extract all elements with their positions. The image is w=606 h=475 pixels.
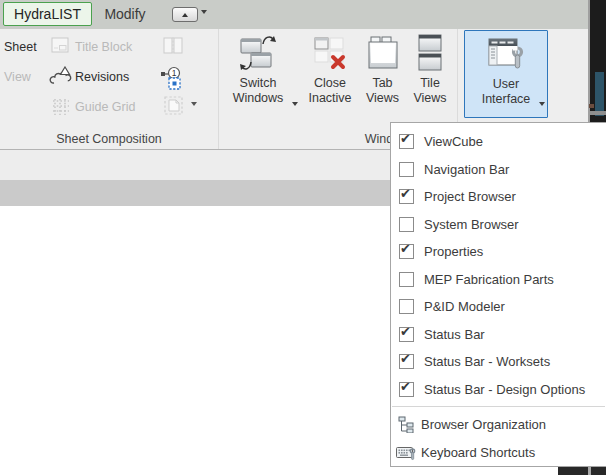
switch-windows-button[interactable]: Switch Windows	[224, 30, 292, 118]
switch-windows-icon	[239, 30, 277, 76]
checkbox: ✔	[399, 354, 414, 369]
keyboard-shortcuts-icon	[396, 443, 416, 461]
menu-item-label: Status Bar - Design Options	[424, 382, 585, 397]
switch-windows-label-2: Windows	[233, 91, 284, 106]
panel-label-sheet-composition: Sheet Composition	[0, 132, 218, 146]
checkmark-icon: ✔	[400, 131, 411, 146]
menu-item-label: P&ID Modeler	[424, 299, 505, 314]
sheet-selection-icon	[163, 95, 185, 121]
menu-item-viewcube[interactable]: ✔ ViewCube	[391, 128, 606, 156]
user-interface-label-2: Interface	[482, 92, 531, 107]
menu-item-status-bar-worksets[interactable]: ✔ Status Bar - Worksets	[391, 348, 606, 376]
checkmark-icon: ✔	[400, 241, 411, 256]
checkbox: ✔	[399, 272, 414, 287]
guide-grid-button: Guide Grid	[75, 100, 135, 114]
checkbox: ✔	[399, 134, 414, 149]
close-inactive-label-1: Close	[314, 76, 346, 91]
menu-check-list: ✔ ViewCube ✔ Navigation Bar ✔ Project Br…	[391, 128, 606, 403]
user-interface-button[interactable]: User Interface	[464, 30, 548, 118]
menu-item-navigation-bar[interactable]: ✔ Navigation Bar	[391, 156, 606, 184]
background-bar	[590, 111, 606, 115]
sheet-split-icon	[162, 36, 184, 60]
tile-views-label-1: Tile	[420, 76, 440, 91]
menu-item-label: MEP Fabrication Parts	[424, 272, 554, 287]
checkbox: ✔	[399, 299, 414, 314]
user-interface-dropdown-menu: ✔ ViewCube ✔ Navigation Bar ✔ Project Br…	[390, 122, 606, 467]
tile-views-label-2: Views	[413, 91, 446, 106]
ribbon-tab-bar: HydraLIST Modify	[0, 0, 588, 29]
checkmark-icon: ✔	[400, 351, 411, 366]
checkbox: ✔	[399, 382, 414, 397]
user-interface-caret-icon[interactable]	[539, 102, 545, 106]
menu-separator	[392, 406, 605, 407]
menu-item-p-id-modeler[interactable]: ✔ P&ID Modeler	[391, 293, 606, 321]
title-block-icon	[50, 36, 70, 59]
checkbox: ✔	[399, 217, 414, 232]
background-bottom-strip	[558, 467, 606, 475]
sheet-issues-revisions-icon[interactable]: 1	[160, 63, 188, 95]
revisions-button[interactable]: Revisions	[75, 70, 129, 84]
user-interface-label-1: User	[493, 77, 519, 92]
menu-item-browser-organization[interactable]: Browser Organization	[391, 410, 606, 438]
guide-grid-dropdown-caret-icon[interactable]	[191, 102, 197, 106]
browser-organization-icon	[396, 415, 416, 433]
view-button: View	[4, 70, 31, 84]
tab-hydralist[interactable]: HydraLIST	[3, 2, 92, 26]
svg-text:1: 1	[172, 68, 177, 78]
checkbox: ✔	[399, 189, 414, 204]
menu-item-label: Status Bar	[424, 327, 485, 342]
checkmark-icon: ✔	[400, 324, 411, 339]
tab-views-label-1: Tab	[372, 76, 392, 91]
checkmark-icon: ✔	[400, 379, 411, 394]
background-dot	[589, 104, 594, 108]
guide-grid-icon	[51, 97, 71, 121]
title-block-button: Title Block	[75, 40, 132, 54]
background-sliver	[588, 467, 591, 475]
menu-item-label: Status Bar - Worksets	[424, 354, 550, 369]
menu-item-project-browser[interactable]: ✔ Project Browser	[391, 183, 606, 211]
menu-item-status-bar-design-options[interactable]: ✔ Status Bar - Design Options	[391, 376, 606, 404]
menu-item-label: Browser Organization	[421, 417, 546, 432]
panel-up-icon	[182, 13, 188, 17]
tab-modify[interactable]: Modify	[96, 2, 154, 26]
sheet-button[interactable]: Sheet	[4, 40, 37, 54]
menu-item-label: Project Browser	[424, 189, 516, 204]
tab-views-label-2: Views	[366, 91, 399, 106]
checkbox: ✔	[399, 162, 414, 177]
checkmark-icon: ✔	[400, 186, 411, 201]
background-accent	[595, 72, 604, 116]
tab-views-button[interactable]: Tab Views	[359, 30, 406, 118]
panel-separator	[218, 29, 219, 149]
menu-item-keyboard-shortcuts[interactable]: Keyboard Shortcuts	[391, 438, 606, 466]
menu-item-system-browser[interactable]: ✔ System Browser	[391, 211, 606, 239]
close-inactive-label-2: Inactive	[308, 91, 351, 106]
menu-item-label: Keyboard Shortcuts	[421, 445, 535, 460]
minimize-ribbon-button[interactable]	[172, 7, 198, 22]
minimize-ribbon-caret-icon[interactable]	[201, 10, 207, 14]
menu-item-label: ViewCube	[424, 134, 483, 149]
switch-windows-caret-icon[interactable]	[292, 102, 298, 106]
menu-item-status-bar[interactable]: ✔ Status Bar	[391, 321, 606, 349]
menu-item-properties[interactable]: ✔ Properties	[391, 238, 606, 266]
tile-views-button[interactable]: Tile Views	[406, 30, 454, 118]
menu-item-label: Properties	[424, 244, 483, 259]
menu-item-label: Navigation Bar	[424, 162, 509, 177]
close-inactive-icon	[313, 30, 347, 76]
menu-item-mep-fabrication-parts[interactable]: ✔ MEP Fabrication Parts	[391, 266, 606, 294]
user-interface-icon	[487, 31, 525, 77]
revision-cloud-icon	[49, 66, 73, 92]
checkbox: ✔	[399, 244, 414, 259]
tile-views-icon	[417, 30, 443, 76]
switch-windows-label-1: Switch	[240, 76, 277, 91]
checkbox: ✔	[399, 327, 414, 342]
menu-item-label: System Browser	[424, 217, 519, 232]
tab-views-icon	[367, 30, 399, 76]
close-inactive-button[interactable]: Close Inactive	[301, 30, 359, 118]
